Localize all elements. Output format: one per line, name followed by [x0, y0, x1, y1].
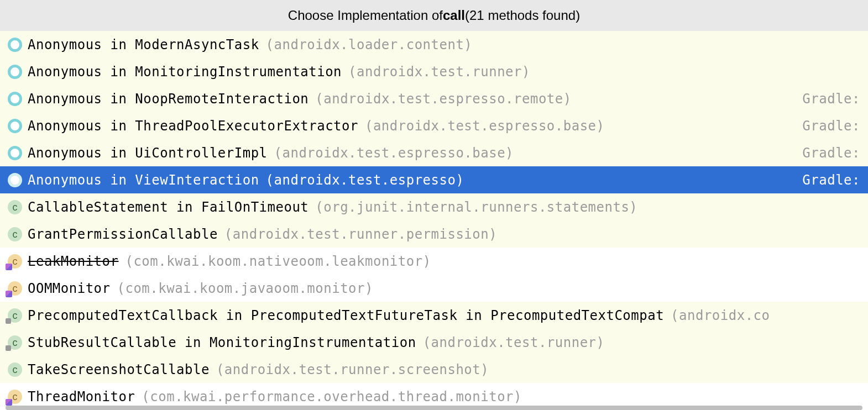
item-package: (com.kwai.performance.overhead.thread.mo… — [142, 389, 522, 404]
item-class-name: Anonymous in MonitoringInstrumentation — [28, 64, 342, 80]
list-item[interactable]: Anonymous in UiControllerImpl(androidx.t… — [0, 139, 868, 166]
interface-icon — [8, 146, 22, 160]
item-package: (androidx.co — [671, 308, 770, 323]
list-item[interactable]: OOMMonitor(com.kwai.koom.javaoom.monitor… — [0, 275, 868, 302]
list-item[interactable]: Anonymous in NoopRemoteInteraction(andro… — [0, 85, 868, 112]
item-class-name: TakeScreenshotCallable — [28, 362, 210, 377]
item-class-name: CallableStatement in FailOnTimeout — [28, 199, 308, 215]
item-source-label: Gradle: — [791, 118, 860, 134]
item-package: (com.kwai.koom.nativeoom.leakmonitor) — [125, 254, 431, 269]
list-item[interactable]: Anonymous in ModernAsyncTask(androidx.lo… — [0, 31, 868, 58]
item-class-name: GrantPermissionCallable — [28, 227, 218, 242]
interface-icon — [8, 173, 22, 187]
item-class-name: OOMMonitor — [28, 281, 111, 296]
list-item[interactable]: GrantPermissionCallable(androidx.test.ru… — [0, 220, 868, 248]
item-class-name: ThreadMonitor — [28, 389, 135, 404]
item-package: (androidx.test.espresso.base) — [365, 118, 605, 134]
item-package: (androidx.test.espresso.base) — [274, 145, 514, 161]
item-source-label: Gradle: — [791, 145, 860, 161]
item-class-name: PrecomputedTextCallback in PrecomputedTe… — [28, 308, 664, 323]
list-item[interactable]: Anonymous in ViewInteraction(androidx.te… — [0, 166, 868, 193]
item-source-label: Gradle: — [791, 172, 860, 188]
item-package: (org.junit.internal.runners.statements) — [315, 199, 637, 215]
class-icon — [8, 200, 22, 214]
popup-title: Choose Implementation of call (21 method… — [0, 0, 868, 31]
class-icon — [8, 335, 22, 350]
item-class-name: Anonymous in UiControllerImpl — [28, 145, 268, 161]
list-item[interactable]: Anonymous in MonitoringInstrumentation(a… — [0, 58, 868, 85]
list-item[interactable]: TakeScreenshotCallable(androidx.test.run… — [0, 356, 868, 383]
implementation-list: Anonymous in ModernAsyncTask(androidx.lo… — [0, 31, 868, 410]
class-icon — [8, 308, 22, 323]
object-icon — [8, 281, 22, 296]
object-icon — [8, 390, 22, 404]
item-class-name: Anonymous in NoopRemoteInteraction — [28, 91, 308, 107]
item-package: (androidx.test.runner.screenshot) — [216, 362, 489, 377]
item-class-name: Anonymous in ViewInteraction — [28, 172, 259, 188]
list-item[interactable]: CallableStatement in FailOnTimeout(org.j… — [0, 193, 868, 220]
item-source-label: Gradle: — [791, 91, 860, 107]
item-package: (androidx.test.runner) — [348, 64, 530, 80]
item-class-name: Anonymous in ModernAsyncTask — [28, 37, 259, 52]
item-class-name: Anonymous in ThreadPoolExecutorExtractor — [28, 118, 358, 134]
item-package: (androidx.test.runner.permission) — [224, 227, 497, 242]
list-item[interactable]: LeakMonitor(com.kwai.koom.nativeoom.leak… — [0, 248, 868, 275]
item-package: (androidx.test.espresso.remote) — [315, 91, 571, 107]
list-item[interactable]: Anonymous in ThreadPoolExecutorExtractor… — [0, 112, 868, 139]
title-suffix: (21 methods found) — [465, 8, 580, 23]
object-icon — [8, 254, 22, 269]
interface-icon — [8, 38, 22, 52]
list-item[interactable]: PrecomputedTextCallback in PrecomputedTe… — [0, 302, 868, 329]
item-package: (androidx.loader.content) — [266, 37, 473, 52]
item-package: (com.kwai.koom.javaoom.monitor) — [117, 281, 373, 296]
item-package: (androidx.test.runner) — [423, 335, 605, 350]
interface-icon — [8, 65, 22, 79]
item-package: (androidx.test.espresso) — [266, 172, 464, 188]
class-icon — [8, 227, 22, 241]
title-method-name: call — [443, 8, 465, 23]
item-class-name: StubResultCallable in MonitoringInstrume… — [28, 335, 416, 350]
list-item[interactable]: StubResultCallable in MonitoringInstrume… — [0, 329, 868, 356]
interface-icon — [8, 92, 22, 106]
horizontal-scrollbar[interactable] — [6, 406, 862, 410]
class-icon — [8, 362, 22, 377]
interface-icon — [8, 119, 22, 133]
title-prefix: Choose Implementation of — [288, 8, 443, 23]
item-class-name: LeakMonitor — [28, 254, 118, 269]
